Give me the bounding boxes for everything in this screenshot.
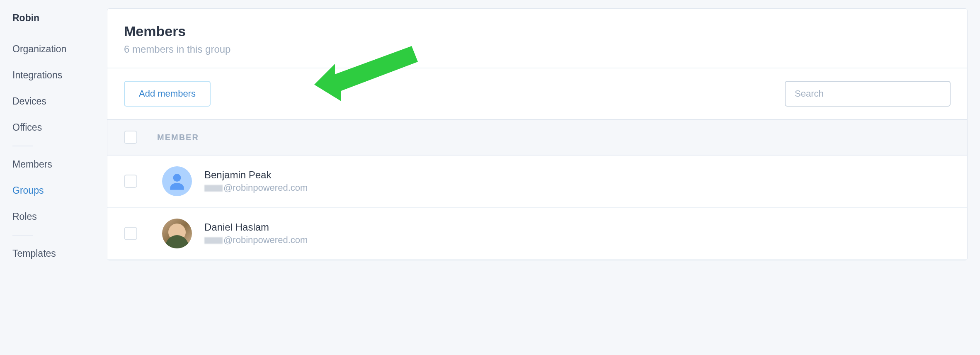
main-content: Members 6 members in this group Add memb…: [107, 0, 980, 355]
table-row: Daniel Haslam @robinpowered.com: [107, 208, 967, 260]
sidebar-item-members[interactable]: Members: [12, 151, 107, 178]
member-name: Benjamin Peak: [204, 169, 308, 181]
table-row: Benjamin Peak @robinpowered.com: [107, 156, 967, 208]
sidebar-item-roles[interactable]: Roles: [12, 204, 107, 230]
sidebar-item-templates[interactable]: Templates: [12, 241, 107, 267]
avatar: [162, 166, 192, 196]
sidebar-item-organization[interactable]: Organization: [12, 36, 107, 62]
sidebar-divider: [12, 235, 33, 236]
member-name: Daniel Haslam: [204, 221, 308, 233]
person-icon: [167, 171, 187, 192]
search-input[interactable]: [785, 81, 951, 107]
member-email: @robinpowered.com: [204, 235, 308, 246]
sidebar-item-offices[interactable]: Offices: [12, 114, 107, 141]
members-panel: Members 6 members in this group Add memb…: [107, 8, 968, 260]
member-info: Daniel Haslam @robinpowered.com: [204, 221, 308, 246]
member-info: Benjamin Peak @robinpowered.com: [204, 169, 308, 193]
sidebar: Robin Organization Integrations Devices …: [0, 0, 107, 355]
sidebar-divider: [12, 146, 33, 146]
member-email: @robinpowered.com: [204, 182, 308, 193]
row-checkbox[interactable]: [124, 227, 137, 240]
sidebar-item-devices[interactable]: Devices: [12, 88, 107, 114]
select-all-checkbox[interactable]: [124, 131, 137, 144]
row-checkbox[interactable]: [124, 175, 137, 188]
email-obscured: [204, 185, 223, 192]
email-obscured: [204, 237, 223, 244]
add-members-button[interactable]: Add members: [124, 81, 211, 107]
page-subtitle: 6 members in this group: [124, 44, 951, 55]
page-title: Members: [124, 23, 951, 39]
sidebar-item-groups[interactable]: Groups: [12, 178, 107, 204]
svg-point-0: [173, 174, 181, 182]
sidebar-item-integrations[interactable]: Integrations: [12, 62, 107, 88]
avatar: [162, 219, 192, 248]
toolbar: Add members: [107, 68, 967, 119]
column-header-member: MEMBER: [157, 133, 199, 142]
panel-header: Members 6 members in this group: [107, 9, 967, 68]
sidebar-title: Robin: [12, 12, 107, 24]
table-header: MEMBER: [107, 119, 967, 156]
